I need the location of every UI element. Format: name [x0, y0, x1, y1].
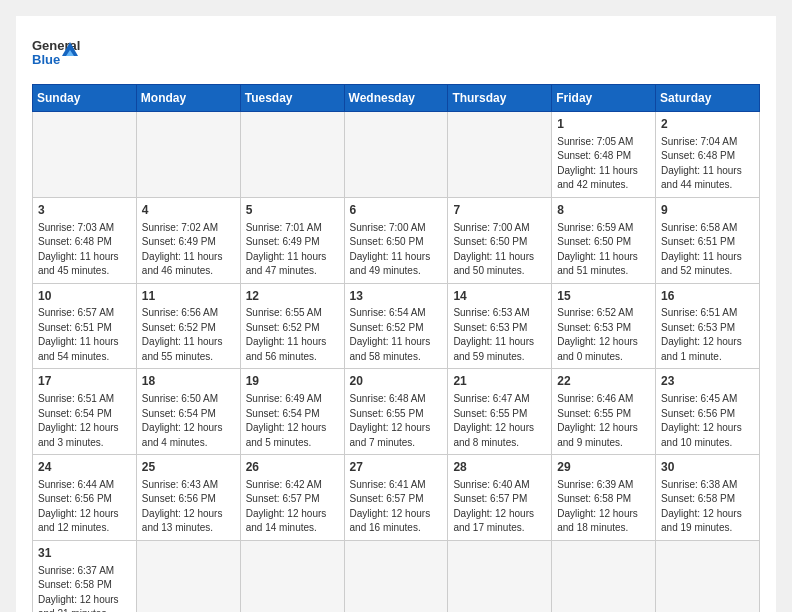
day-number: 29 [557, 459, 650, 476]
day-info: Sunrise: 6:58 AM Sunset: 6:51 PM Dayligh… [661, 221, 754, 279]
day-number: 22 [557, 373, 650, 390]
day-number: 4 [142, 202, 235, 219]
page: General Blue SundayMondayTuesdayWednesda… [16, 16, 776, 612]
day-info: Sunrise: 7:04 AM Sunset: 6:48 PM Dayligh… [661, 135, 754, 193]
calendar-day-cell: 9Sunrise: 6:58 AM Sunset: 6:51 PM Daylig… [656, 197, 760, 283]
day-number: 8 [557, 202, 650, 219]
calendar-day-cell: 18Sunrise: 6:50 AM Sunset: 6:54 PM Dayli… [136, 369, 240, 455]
day-of-week-header: Friday [552, 85, 656, 112]
day-number: 2 [661, 116, 754, 133]
day-number: 28 [453, 459, 546, 476]
day-number: 16 [661, 288, 754, 305]
day-of-week-header: Sunday [33, 85, 137, 112]
calendar-day-cell: 6Sunrise: 7:00 AM Sunset: 6:50 PM Daylig… [344, 197, 448, 283]
day-number: 19 [246, 373, 339, 390]
day-number: 3 [38, 202, 131, 219]
calendar-week-row: 17Sunrise: 6:51 AM Sunset: 6:54 PM Dayli… [33, 369, 760, 455]
calendar-day-cell: 1Sunrise: 7:05 AM Sunset: 6:48 PM Daylig… [552, 112, 656, 198]
day-number: 24 [38, 459, 131, 476]
day-info: Sunrise: 7:01 AM Sunset: 6:49 PM Dayligh… [246, 221, 339, 279]
calendar-day-cell: 19Sunrise: 6:49 AM Sunset: 6:54 PM Dayli… [240, 369, 344, 455]
day-number: 20 [350, 373, 443, 390]
day-info: Sunrise: 6:49 AM Sunset: 6:54 PM Dayligh… [246, 392, 339, 450]
day-of-week-header: Saturday [656, 85, 760, 112]
day-info: Sunrise: 7:05 AM Sunset: 6:48 PM Dayligh… [557, 135, 650, 193]
day-number: 17 [38, 373, 131, 390]
day-info: Sunrise: 6:54 AM Sunset: 6:52 PM Dayligh… [350, 306, 443, 364]
calendar-day-cell: 4Sunrise: 7:02 AM Sunset: 6:49 PM Daylig… [136, 197, 240, 283]
calendar-day-cell [656, 540, 760, 612]
calendar-day-cell [136, 540, 240, 612]
day-info: Sunrise: 6:42 AM Sunset: 6:57 PM Dayligh… [246, 478, 339, 536]
logo-svg: General Blue [32, 32, 82, 72]
calendar-day-cell [240, 540, 344, 612]
calendar-day-cell: 29Sunrise: 6:39 AM Sunset: 6:58 PM Dayli… [552, 455, 656, 541]
calendar-day-cell: 24Sunrise: 6:44 AM Sunset: 6:56 PM Dayli… [33, 455, 137, 541]
day-number: 18 [142, 373, 235, 390]
day-info: Sunrise: 6:48 AM Sunset: 6:55 PM Dayligh… [350, 392, 443, 450]
day-info: Sunrise: 6:51 AM Sunset: 6:54 PM Dayligh… [38, 392, 131, 450]
day-number: 26 [246, 459, 339, 476]
calendar-day-cell: 22Sunrise: 6:46 AM Sunset: 6:55 PM Dayli… [552, 369, 656, 455]
day-of-week-header: Wednesday [344, 85, 448, 112]
calendar-day-cell [344, 112, 448, 198]
calendar-body: 1Sunrise: 7:05 AM Sunset: 6:48 PM Daylig… [33, 112, 760, 613]
day-of-week-header: Monday [136, 85, 240, 112]
calendar-week-row: 10Sunrise: 6:57 AM Sunset: 6:51 PM Dayli… [33, 283, 760, 369]
day-info: Sunrise: 6:38 AM Sunset: 6:58 PM Dayligh… [661, 478, 754, 536]
day-info: Sunrise: 6:55 AM Sunset: 6:52 PM Dayligh… [246, 306, 339, 364]
day-info: Sunrise: 6:52 AM Sunset: 6:53 PM Dayligh… [557, 306, 650, 364]
calendar-week-row: 31Sunrise: 6:37 AM Sunset: 6:58 PM Dayli… [33, 540, 760, 612]
day-number: 1 [557, 116, 650, 133]
day-number: 13 [350, 288, 443, 305]
day-number: 31 [38, 545, 131, 562]
calendar-day-cell [552, 540, 656, 612]
day-info: Sunrise: 7:03 AM Sunset: 6:48 PM Dayligh… [38, 221, 131, 279]
day-info: Sunrise: 6:41 AM Sunset: 6:57 PM Dayligh… [350, 478, 443, 536]
calendar-day-cell: 3Sunrise: 7:03 AM Sunset: 6:48 PM Daylig… [33, 197, 137, 283]
day-number: 12 [246, 288, 339, 305]
day-info: Sunrise: 6:56 AM Sunset: 6:52 PM Dayligh… [142, 306, 235, 364]
day-info: Sunrise: 7:02 AM Sunset: 6:49 PM Dayligh… [142, 221, 235, 279]
day-info: Sunrise: 7:00 AM Sunset: 6:50 PM Dayligh… [453, 221, 546, 279]
day-number: 27 [350, 459, 443, 476]
calendar-header: SundayMondayTuesdayWednesdayThursdayFrid… [33, 85, 760, 112]
calendar-day-cell: 28Sunrise: 6:40 AM Sunset: 6:57 PM Dayli… [448, 455, 552, 541]
calendar-day-cell [448, 540, 552, 612]
day-number: 10 [38, 288, 131, 305]
day-info: Sunrise: 6:59 AM Sunset: 6:50 PM Dayligh… [557, 221, 650, 279]
calendar-day-cell [240, 112, 344, 198]
day-number: 11 [142, 288, 235, 305]
header: General Blue [32, 32, 760, 72]
calendar-day-cell: 23Sunrise: 6:45 AM Sunset: 6:56 PM Dayli… [656, 369, 760, 455]
calendar-day-cell: 25Sunrise: 6:43 AM Sunset: 6:56 PM Dayli… [136, 455, 240, 541]
calendar-day-cell [344, 540, 448, 612]
day-number: 7 [453, 202, 546, 219]
calendar-day-cell: 20Sunrise: 6:48 AM Sunset: 6:55 PM Dayli… [344, 369, 448, 455]
day-info: Sunrise: 6:53 AM Sunset: 6:53 PM Dayligh… [453, 306, 546, 364]
day-info: Sunrise: 6:51 AM Sunset: 6:53 PM Dayligh… [661, 306, 754, 364]
calendar-day-cell [448, 112, 552, 198]
calendar-day-cell: 16Sunrise: 6:51 AM Sunset: 6:53 PM Dayli… [656, 283, 760, 369]
calendar-day-cell: 14Sunrise: 6:53 AM Sunset: 6:53 PM Dayli… [448, 283, 552, 369]
day-number: 5 [246, 202, 339, 219]
calendar-day-cell: 10Sunrise: 6:57 AM Sunset: 6:51 PM Dayli… [33, 283, 137, 369]
logo: General Blue [32, 32, 82, 72]
calendar-week-row: 1Sunrise: 7:05 AM Sunset: 6:48 PM Daylig… [33, 112, 760, 198]
day-info: Sunrise: 6:43 AM Sunset: 6:56 PM Dayligh… [142, 478, 235, 536]
day-of-week-header: Tuesday [240, 85, 344, 112]
calendar-day-cell: 30Sunrise: 6:38 AM Sunset: 6:58 PM Dayli… [656, 455, 760, 541]
calendar-day-cell: 21Sunrise: 6:47 AM Sunset: 6:55 PM Dayli… [448, 369, 552, 455]
day-number: 15 [557, 288, 650, 305]
calendar-day-cell [136, 112, 240, 198]
calendar-table: SundayMondayTuesdayWednesdayThursdayFrid… [32, 84, 760, 612]
calendar-day-cell: 15Sunrise: 6:52 AM Sunset: 6:53 PM Dayli… [552, 283, 656, 369]
calendar-day-cell: 31Sunrise: 6:37 AM Sunset: 6:58 PM Dayli… [33, 540, 137, 612]
day-of-week-header: Thursday [448, 85, 552, 112]
calendar-day-cell: 27Sunrise: 6:41 AM Sunset: 6:57 PM Dayli… [344, 455, 448, 541]
day-info: Sunrise: 6:46 AM Sunset: 6:55 PM Dayligh… [557, 392, 650, 450]
day-number: 6 [350, 202, 443, 219]
calendar-day-cell: 17Sunrise: 6:51 AM Sunset: 6:54 PM Dayli… [33, 369, 137, 455]
calendar-week-row: 24Sunrise: 6:44 AM Sunset: 6:56 PM Dayli… [33, 455, 760, 541]
day-info: Sunrise: 6:50 AM Sunset: 6:54 PM Dayligh… [142, 392, 235, 450]
